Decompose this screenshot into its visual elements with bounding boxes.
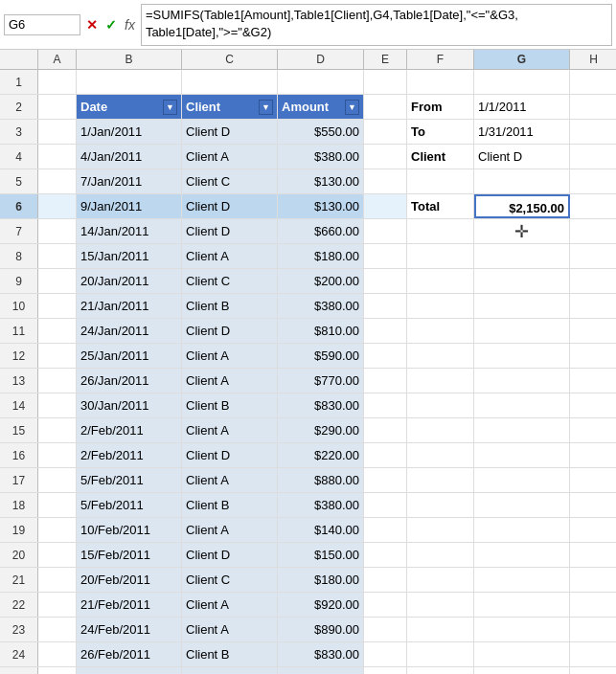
cell-c23[interactable]: Client A xyxy=(182,618,278,641)
cell-b23[interactable]: 24/Feb/2011 xyxy=(77,618,182,641)
row-header-4[interactable]: 4 xyxy=(0,145,38,168)
row-header-10[interactable]: 10 xyxy=(0,294,38,318)
cell-g19[interactable] xyxy=(474,518,570,542)
cell-reference-box[interactable] xyxy=(4,14,80,35)
row-header-11[interactable]: 11 xyxy=(0,319,38,343)
cell-d5[interactable]: $130.00 xyxy=(278,169,364,193)
cell-h8[interactable] xyxy=(570,244,616,268)
cell-d20[interactable]: $150.00 xyxy=(278,543,364,567)
cell-c15[interactable]: Client A xyxy=(182,418,278,442)
cell-d15[interactable]: $290.00 xyxy=(278,418,364,442)
date-filter-button[interactable]: ▼ xyxy=(163,100,177,115)
row-header-12[interactable]: 12 xyxy=(0,344,38,368)
cell-f13[interactable] xyxy=(407,369,474,393)
cell-f8[interactable] xyxy=(407,244,474,268)
cell-c5[interactable]: Client C xyxy=(182,169,278,193)
cell-b5[interactable]: 7/Jan/2011 xyxy=(77,169,182,193)
cell-f22[interactable] xyxy=(407,593,474,617)
cell-b24[interactable]: 26/Feb/2011 xyxy=(77,642,182,666)
row-header-22[interactable]: 22 xyxy=(0,593,38,617)
row-header-9[interactable]: 9 xyxy=(0,269,38,293)
cell-a16[interactable] xyxy=(38,443,77,467)
cell-e9[interactable] xyxy=(364,269,407,293)
cell-e19[interactable] xyxy=(364,518,407,542)
cell-a22[interactable] xyxy=(38,593,77,617)
cell-b3[interactable]: 1/Jan/2011 xyxy=(77,120,182,144)
row-header-15[interactable]: 15 xyxy=(0,418,38,442)
cell-d10[interactable]: $380.00 xyxy=(278,294,364,318)
cell-b16[interactable]: 2/Feb/2011 xyxy=(77,443,182,467)
cell-h17[interactable] xyxy=(570,468,616,492)
cell-e21[interactable] xyxy=(364,568,407,592)
cell-d11[interactable]: $810.00 xyxy=(278,319,364,343)
cell-f4[interactable]: Client xyxy=(407,145,474,168)
cell-f20[interactable] xyxy=(407,543,474,567)
cell-a1[interactable] xyxy=(38,70,77,94)
cell-a24[interactable] xyxy=(38,642,77,666)
cell-e20[interactable] xyxy=(364,543,407,567)
cell-d22[interactable]: $920.00 xyxy=(278,593,364,617)
cell-b4[interactable]: 4/Jan/2011 xyxy=(77,145,182,168)
cell-d3[interactable]: $550.00 xyxy=(278,120,364,144)
cell-h20[interactable] xyxy=(570,543,616,567)
cell-e18[interactable] xyxy=(364,493,407,517)
cell-g22[interactable] xyxy=(474,593,570,617)
cancel-formula-icon[interactable]: ✕ xyxy=(84,17,100,33)
cell-d21[interactable]: $180.00 xyxy=(278,568,364,592)
cell-h10[interactable] xyxy=(570,294,616,318)
cell-a25[interactable] xyxy=(38,667,77,674)
cell-b12[interactable]: 25/Jan/2011 xyxy=(77,344,182,368)
cell-g7[interactable]: ✛ xyxy=(474,219,570,243)
cell-h24[interactable] xyxy=(570,642,616,666)
col-header-h[interactable]: H xyxy=(570,50,616,69)
cell-c21[interactable]: Client C xyxy=(182,568,278,592)
cell-e6[interactable] xyxy=(364,194,407,218)
cell-h15[interactable] xyxy=(570,418,616,442)
cell-h13[interactable] xyxy=(570,369,616,393)
cell-f17[interactable] xyxy=(407,468,474,492)
cell-f9[interactable] xyxy=(407,269,474,293)
cell-d1[interactable] xyxy=(278,70,364,94)
cell-h19[interactable] xyxy=(570,518,616,542)
cell-c7[interactable]: Client D xyxy=(182,219,278,243)
cell-a18[interactable] xyxy=(38,493,77,517)
cell-g20[interactable] xyxy=(474,543,570,567)
cell-e10[interactable] xyxy=(364,294,407,318)
cell-f12[interactable] xyxy=(407,344,474,368)
cell-a6[interactable] xyxy=(38,194,77,218)
cell-h25[interactable] xyxy=(570,667,616,674)
cell-d17[interactable]: $880.00 xyxy=(278,468,364,492)
cell-d16[interactable]: $220.00 xyxy=(278,443,364,467)
client-filter-button[interactable]: ▼ xyxy=(259,100,273,115)
cell-b11[interactable]: 24/Jan/2011 xyxy=(77,319,182,343)
cell-d2[interactable]: Amount ▼ xyxy=(278,95,364,119)
cell-e11[interactable] xyxy=(364,319,407,343)
cell-d9[interactable]: $200.00 xyxy=(278,269,364,293)
cell-h9[interactable] xyxy=(570,269,616,293)
cell-d25[interactable]: $520.00 xyxy=(278,667,364,674)
cell-h14[interactable] xyxy=(570,393,616,417)
cell-g21[interactable] xyxy=(474,568,570,592)
cell-c8[interactable]: Client A xyxy=(182,244,278,268)
cell-h3[interactable] xyxy=(570,120,616,144)
cell-a2[interactable] xyxy=(38,95,77,119)
cell-a21[interactable] xyxy=(38,568,77,592)
col-header-b[interactable]: B xyxy=(77,50,182,69)
cell-b15[interactable]: 2/Feb/2011 xyxy=(77,418,182,442)
cell-g1[interactable] xyxy=(474,70,570,94)
cell-e12[interactable] xyxy=(364,344,407,368)
cell-f21[interactable] xyxy=(407,568,474,592)
cell-e23[interactable] xyxy=(364,618,407,641)
cell-h18[interactable] xyxy=(570,493,616,517)
row-header-19[interactable]: 19 xyxy=(0,518,38,542)
cell-f3[interactable]: To xyxy=(407,120,474,144)
cell-b19[interactable]: 10/Feb/2011 xyxy=(77,518,182,542)
cell-e13[interactable] xyxy=(364,369,407,393)
cell-c24[interactable]: Client B xyxy=(182,642,278,666)
cell-b22[interactable]: 21/Feb/2011 xyxy=(77,593,182,617)
cell-g11[interactable] xyxy=(474,319,570,343)
cell-c10[interactable]: Client B xyxy=(182,294,278,318)
cell-a10[interactable] xyxy=(38,294,77,318)
cell-c2[interactable]: Client ▼ xyxy=(182,95,278,119)
cell-g12[interactable] xyxy=(474,344,570,368)
